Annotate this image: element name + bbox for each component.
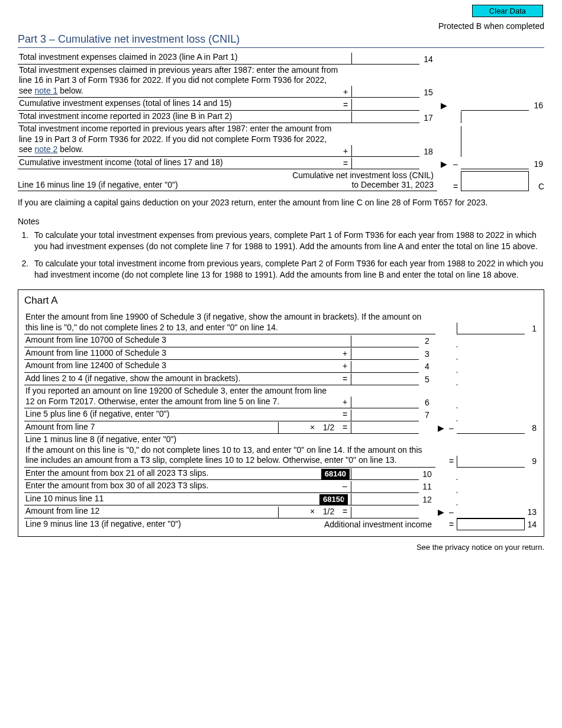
chart-line-4-field[interactable] (351, 361, 419, 373)
chart-line-7: Line 5 plus line 6 (if negative, enter "… (24, 408, 538, 421)
minus-icon: – (446, 423, 457, 434)
line-15-field[interactable] (351, 86, 419, 98)
chart-line-8-num: 8 (525, 423, 538, 434)
chart-line-1-field[interactable] (457, 323, 525, 334)
chart-line-3-num: 3 (419, 349, 435, 360)
chart-line-1: Enter the amount from line 19900 of Sche… (24, 311, 538, 334)
chart-line-9-num: 9 (525, 456, 538, 468)
equals-icon: = (339, 494, 351, 506)
chart-line-13-field-b[interactable] (457, 507, 525, 518)
line-17-field[interactable] (351, 111, 419, 123)
minus-icon: – (450, 159, 461, 169)
line-14-num: 14 (419, 54, 437, 65)
line-19-num: 19 (529, 159, 544, 169)
chart-line-8-field-b[interactable] (457, 422, 525, 434)
chart-line-14-text: Line 9 minus line 13 (if negative, enter… (24, 518, 278, 531)
half-label: 1/2 (318, 506, 339, 518)
chart-a: Chart A Enter the amount from line 19900… (18, 289, 544, 537)
plus-icon: + (339, 360, 351, 373)
line-14-field[interactable] (351, 53, 419, 65)
chart-line-10-field[interactable] (351, 468, 419, 480)
minus-icon: – (446, 507, 457, 518)
line-c-left: Line 16 minus line 19 (if negative, ente… (18, 180, 260, 191)
chart-line-7-num: 7 (419, 410, 435, 421)
line-16-field-b[interactable] (461, 99, 529, 111)
equals-icon: = (339, 506, 351, 518)
chart-line-12: Line 10 minus line 11 68150 = 12 (24, 493, 538, 506)
chart-line-7-field[interactable] (351, 410, 419, 421)
note-2-link[interactable]: note 2 (34, 144, 57, 154)
chart-line-9-text: Line 1 minus line 8 (if negative, enter … (24, 434, 435, 468)
line-14-row: Total investment expenses claimed in 202… (18, 51, 544, 65)
arrow-icon: ▶ (435, 423, 446, 434)
chart-line-10-text: Enter the amount from box 21 of all 2023… (24, 468, 318, 481)
chart-line-11: Enter the amount from box 30 of all 2023… (24, 480, 538, 493)
equals-icon: = (340, 158, 351, 169)
chart-line-12-text: Line 10 minus line 11 (24, 493, 318, 506)
privacy-notice: See the privacy notice on your return. (18, 543, 544, 552)
equals-icon: = (450, 182, 461, 191)
line-18-field[interactable] (351, 145, 419, 157)
chart-line-14-field[interactable] (457, 518, 525, 530)
chart-line-11-field[interactable] (351, 481, 419, 493)
cnil-label1: Cumulative net investment loss (CNIL) (260, 170, 434, 180)
chart-line-8: Amount from line 7 × 1/2 = ▶ – 8 (24, 421, 538, 434)
clear-data-button[interactable]: Clear Data (472, 5, 543, 17)
chart-line-12-field[interactable] (351, 494, 419, 505)
note-1-link[interactable]: note 1 (34, 86, 57, 95)
note-1: To calculate your total investment expen… (31, 230, 544, 252)
line-19-field-b[interactable] (461, 157, 529, 169)
chart-line-2: Amount from line 10700 of Schedule 3 2 (24, 334, 538, 347)
chart-a-title: Chart A (24, 295, 538, 307)
chart-line-13-field[interactable] (351, 507, 419, 518)
line-18-num: 18 (419, 146, 437, 157)
chart-line-13-num: 13 (525, 507, 538, 518)
chart-line-13: Amount from line 12 × 1/2 = ▶ – 13 (24, 505, 538, 518)
plus-icon: + (340, 146, 351, 157)
equals-icon: = (446, 519, 457, 531)
chart-line-4: Amount from line 12400 of Schedule 3 + 4 (24, 360, 538, 373)
chart-line-5-field[interactable] (351, 373, 419, 385)
line-16-row: Cumulative investment expenses (total of… (18, 98, 544, 111)
equals-icon: = (446, 456, 457, 468)
line-19-text: Cumulative investment income (total of l… (18, 157, 340, 170)
chart-line-11-text: Enter the amount from box 30 of all 2023… (24, 480, 339, 493)
chart-line-2-num: 2 (419, 336, 435, 347)
equals-icon: = (339, 409, 351, 421)
chart-line-8-field[interactable] (351, 422, 419, 434)
line-15-row: Total investment expenses claimed in pre… (18, 65, 544, 98)
arrow-icon: ▶ (435, 507, 446, 518)
arrow-icon: ▶ (437, 159, 450, 169)
chart-line-10: Enter the amount from box 21 of all 2023… (24, 468, 538, 481)
chart-line-5: Add lines 2 to 4 (if negative, show the … (24, 373, 538, 386)
line-17-row: Total investment income reported in 2023… (18, 111, 544, 124)
equals-icon: = (340, 99, 351, 111)
line-c-field[interactable] (461, 171, 529, 191)
chart-line-12-num: 12 (419, 494, 435, 506)
line-19-field-a[interactable] (351, 157, 419, 169)
half-label: 1/2 (318, 422, 339, 434)
chart-line-2-field[interactable] (351, 336, 419, 347)
line-15-text: Total investment expenses claimed in pre… (18, 65, 340, 98)
line-15-num: 15 (419, 87, 437, 98)
line-17-num: 17 (419, 112, 437, 123)
equals-icon: = (339, 422, 351, 434)
chart-line-13-text: Amount from line 12 (24, 505, 278, 518)
chart-line-6-num: 6 (419, 397, 435, 409)
chart-line-13-amt[interactable] (278, 507, 306, 518)
line-16-num: 16 (529, 100, 544, 111)
notes-list: To calculate your total investment expen… (31, 230, 544, 281)
line-19-row: Cumulative investment income (total of l… (18, 157, 544, 170)
chart-line-8-amt[interactable] (278, 422, 306, 434)
multiply-icon: × (306, 506, 318, 518)
equals-icon: = (339, 373, 351, 386)
line-14-text: Total investment expenses claimed in 202… (18, 51, 340, 65)
chart-line-6-text: If you reported an amount on line 19200 … (24, 385, 339, 408)
arrow-icon: ▶ (437, 100, 450, 111)
chart-line-5-text: Add lines 2 to 4 (if negative, show the … (24, 373, 339, 386)
line-16-field-a[interactable] (351, 99, 419, 111)
chart-line-3-field[interactable] (351, 348, 419, 360)
chart-line-4-text: Amount from line 12400 of Schedule 3 (24, 360, 339, 373)
chart-line-9-field[interactable] (457, 456, 525, 468)
chart-line-6-field[interactable] (351, 397, 419, 408)
